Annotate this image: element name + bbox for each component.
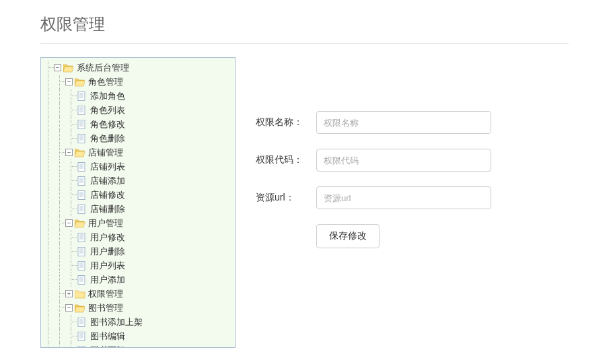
file-icon	[77, 120, 87, 129]
page-title: 权限管理	[40, 13, 569, 44]
file-icon	[77, 346, 87, 348]
tree-node-label[interactable]: 图书编辑	[90, 330, 125, 342]
tree-folder-node[interactable]: +权限管理	[42, 287, 234, 301]
tree-leaf-node[interactable]: 角色列表	[42, 103, 234, 117]
tree-node-label[interactable]: 用户删除	[90, 246, 125, 258]
collapse-icon[interactable]: −	[54, 64, 61, 71]
name-label: 权限名称：	[256, 116, 316, 129]
expand-icon[interactable]: +	[65, 290, 73, 297]
folder-open-icon	[75, 303, 85, 313]
tree-leaf-node[interactable]: 图书编辑	[42, 329, 234, 343]
folder-open-icon	[75, 77, 85, 87]
tree-node-label[interactable]: 用户添加	[90, 274, 125, 286]
tree-folder-node[interactable]: −图书管理	[42, 301, 234, 315]
collapse-icon[interactable]: −	[65, 219, 73, 227]
permission-tree-panel: −系统后台管理−角色管理添加角色角色列表角色修改角色删除−店铺管理店铺列表店铺添…	[40, 57, 236, 348]
tree-leaf-node[interactable]: 用户列表	[42, 258, 234, 272]
code-input[interactable]	[316, 149, 491, 172]
collapse-icon[interactable]: −	[65, 78, 73, 85]
tree-leaf-node[interactable]: 店铺列表	[42, 159, 234, 174]
file-icon	[77, 162, 87, 172]
file-icon	[77, 190, 87, 200]
tree-leaf-node[interactable]: 图书添加上架	[42, 315, 234, 329]
svg-rect-70	[78, 346, 85, 347]
code-label: 权限代码：	[256, 154, 316, 166]
file-icon	[77, 106, 87, 115]
tree-leaf-node[interactable]: 店铺修改	[42, 188, 234, 202]
file-icon	[77, 332, 87, 341]
tree-folder-node[interactable]: −角色管理	[42, 75, 234, 89]
folder-open-icon	[75, 148, 85, 157]
tree-node-label[interactable]: 添加角色	[90, 90, 125, 102]
tree-leaf-node[interactable]: 店铺添加	[42, 174, 234, 188]
tree-node-label[interactable]: 角色删除	[90, 133, 125, 145]
permission-form: 权限名称： 权限代码： 资源url： 保存修改	[256, 57, 569, 348]
tree-folder-node[interactable]: −店铺管理	[42, 145, 234, 159]
file-icon	[77, 233, 87, 242]
tree-node-label[interactable]: 图书下架	[90, 344, 125, 348]
tree-scroll[interactable]: −系统后台管理−角色管理添加角色角色列表角色修改角色删除−店铺管理店铺列表店铺添…	[41, 58, 235, 347]
tree-node-label[interactable]: 用户列表	[90, 260, 125, 272]
tree-leaf-node[interactable]: 角色删除	[42, 131, 234, 145]
tree-leaf-node[interactable]: 添加角色	[42, 89, 234, 103]
tree-folder-node[interactable]: −用户管理	[42, 216, 234, 230]
tree-leaf-node[interactable]: 角色修改	[42, 117, 234, 131]
tree-leaf-node[interactable]: 用户删除	[42, 244, 234, 258]
tree-node-label[interactable]: 角色修改	[90, 118, 125, 131]
tree-node-label[interactable]: 店铺添加	[90, 175, 125, 187]
tree-node-label[interactable]: 角色管理	[88, 76, 123, 88]
tree-node-label[interactable]: 用户修改	[90, 231, 125, 244]
url-input[interactable]	[316, 186, 491, 209]
file-icon	[77, 134, 87, 143]
file-icon	[77, 318, 87, 327]
tree-leaf-node[interactable]: 用户添加	[42, 272, 234, 287]
file-icon	[77, 205, 87, 214]
tree-node-label[interactable]: 店铺修改	[90, 189, 125, 201]
url-label: 资源url：	[256, 192, 316, 204]
tree-node-label[interactable]: 店铺列表	[90, 161, 125, 173]
folder-open-icon	[63, 63, 74, 73]
collapse-icon[interactable]: −	[65, 149, 73, 156]
file-icon	[77, 92, 87, 101]
tree-node-label[interactable]: 店铺删除	[90, 203, 125, 215]
tree-folder-node[interactable]: −系统后台管理	[42, 61, 234, 75]
tree-node-label[interactable]: 用户管理	[88, 217, 123, 229]
tree-node-label[interactable]: 权限管理	[88, 288, 123, 300]
tree-node-label[interactable]: 系统后台管理	[77, 62, 129, 74]
file-icon	[77, 176, 87, 186]
tree-node-label[interactable]: 图书管理	[88, 302, 123, 314]
collapse-icon[interactable]: −	[65, 304, 73, 312]
name-input[interactable]	[316, 111, 491, 134]
file-icon	[77, 261, 87, 270]
folder-open-icon	[75, 219, 85, 228]
tree-leaf-node[interactable]: 用户修改	[42, 230, 234, 244]
file-icon	[77, 247, 87, 256]
save-button[interactable]: 保存修改	[316, 224, 380, 248]
tree-node-label[interactable]: 角色列表	[90, 104, 125, 116]
tree-leaf-node[interactable]: 店铺删除	[42, 202, 234, 216]
tree-node-label[interactable]: 图书添加上架	[90, 316, 143, 328]
tree-leaf-node[interactable]: 图书下架	[42, 343, 234, 347]
tree-node-label[interactable]: 店铺管理	[88, 147, 123, 159]
file-icon	[77, 275, 87, 285]
folder-icon	[75, 289, 85, 299]
